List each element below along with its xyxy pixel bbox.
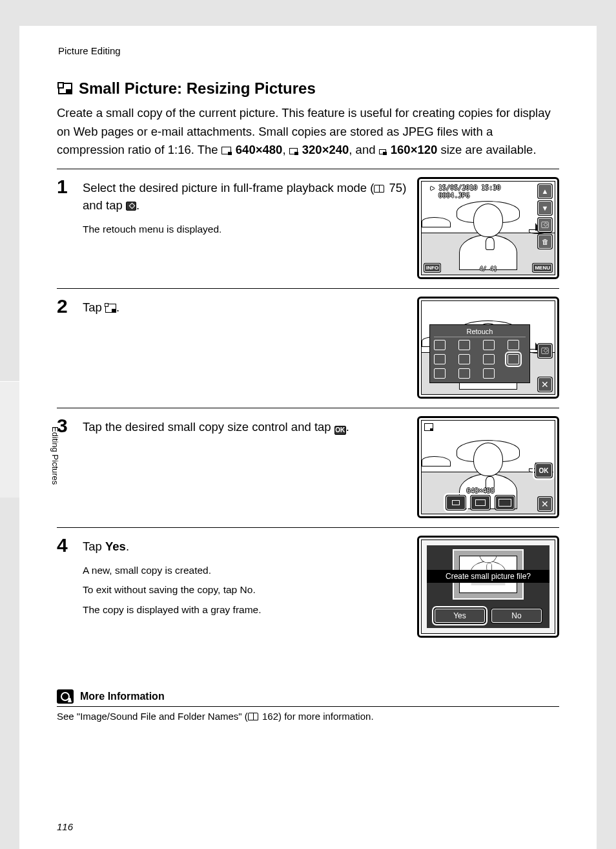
side-tab-bg: [0, 381, 19, 498]
intro-paragraph: Create a small copy of the current pictu…: [57, 104, 559, 160]
retouch-opt-filter[interactable]: [508, 340, 519, 350]
running-header: Picture Editing: [58, 45, 559, 56]
confirm-no-button[interactable]: No: [491, 609, 542, 623]
size-icon-medium: [289, 148, 298, 154]
step-1-instruction: Select the desired picture in full-frame…: [83, 180, 408, 215]
note-icon: [57, 689, 74, 704]
step-4-sub-3: The copy is displayed with a gray frame.: [83, 602, 408, 618]
retouch-opt-stretch[interactable]: [434, 354, 446, 364]
more-info-ref: 162: [262, 711, 278, 722]
retouch-opt-voice[interactable]: [483, 368, 495, 379]
step-3-text-b: .: [346, 420, 349, 434]
size-option-medium[interactable]: [471, 496, 490, 510]
info-button[interactable]: INFO: [424, 264, 440, 272]
retouch-opt-skin[interactable]: [483, 340, 495, 350]
step-3-text-a: Tap the desired small copy size control …: [83, 420, 334, 434]
screen-1-osd: ▶ 15/05/2010 15:30 0004.JPG: [431, 184, 500, 200]
close-button[interactable]: ✕: [538, 497, 552, 511]
edit-side-button[interactable]: [538, 344, 552, 358]
page-number: 116: [57, 821, 73, 832]
size-icon-small: [379, 149, 386, 154]
size-320x240: 320×240: [302, 143, 349, 156]
step-2-text-a: Tap: [83, 300, 105, 314]
manual-ref-icon: [248, 713, 258, 720]
size-640x480: 640×480: [236, 143, 283, 156]
delete-button[interactable]: 🗑: [538, 235, 552, 249]
screen-3: 640×480 OK ✕: [417, 416, 559, 518]
retouch-opt-quickfix[interactable]: [434, 340, 446, 350]
step-1-text-c: .: [136, 198, 139, 212]
step-4-number: 4: [57, 536, 74, 555]
retouch-opt-rating[interactable]: [434, 368, 446, 379]
retouch-opt-perspective[interactable]: [458, 354, 470, 364]
page: Editing Pictures Picture Editing Small P…: [19, 26, 597, 849]
step-1-text-a: Select the desired picture in full-frame…: [83, 181, 374, 194]
more-info-text-a: See "Image/Sound File and Folder Names" …: [57, 711, 248, 722]
screen-2: Retouch: [417, 297, 559, 399]
intro-text-2: size are available.: [437, 143, 536, 156]
step-2-text-b: .: [116, 300, 119, 314]
confirm-prompt: Create small picture file?: [427, 570, 549, 583]
step-1-ref: 75: [389, 181, 403, 194]
size-label: 640×480: [435, 487, 526, 494]
more-info-body: See "Image/Sound File and Folder Names" …: [57, 711, 559, 722]
confirm-yes-button[interactable]: Yes: [435, 609, 485, 623]
more-information-note: More Information See "Image/Sound File a…: [57, 689, 559, 722]
step-3: 3 Tap the desired small copy size contro…: [57, 408, 559, 518]
retouch-icon: [126, 202, 136, 211]
menu-button[interactable]: MENU: [533, 264, 552, 272]
retouch-opt-small-picture[interactable]: [508, 354, 519, 364]
manual-ref-icon: [374, 185, 384, 193]
step-2: 2 Tap . Retouch: [57, 288, 559, 399]
size-icon-large: [221, 147, 231, 154]
section-title-row: Small Picture: Resizing Pictures: [57, 79, 559, 98]
down-arrow-button[interactable]: ▼: [538, 201, 552, 215]
section-title: Small Picture: Resizing Pictures: [79, 79, 316, 98]
close-button[interactable]: ✕: [538, 377, 552, 392]
intro-sep2: , and: [349, 143, 378, 156]
screen-1: ▶ 15/05/2010 15:30 0004.JPG ▲ ▼ 🗑 INFO 4…: [417, 177, 559, 279]
small-picture-icon: [57, 81, 74, 96]
step-4-text-b: .: [126, 540, 129, 553]
retouch-panel: Retouch: [429, 324, 530, 383]
step-1-number: 1: [57, 177, 74, 196]
screen-1-counter: 4/ 4]: [479, 266, 497, 272]
retouch-button[interactable]: [538, 218, 552, 232]
size-160x120: 160×120: [391, 143, 438, 156]
retouch-opt-color[interactable]: [483, 354, 495, 364]
small-picture-mode-icon: [424, 423, 433, 431]
intro-sep1: ,: [282, 143, 289, 156]
screen-4: Create small picture file? Yes No: [417, 536, 559, 638]
size-option-large[interactable]: [495, 496, 515, 510]
up-arrow-button[interactable]: ▲: [538, 184, 552, 198]
retouch-opt-paint[interactable]: [458, 368, 470, 379]
side-tab-label: Editing Pictures: [50, 426, 60, 485]
size-option-small[interactable]: [446, 496, 466, 510]
step-1: 1 Select the desired picture in full-fra…: [57, 169, 559, 279]
small-picture-icon-inline: [105, 304, 116, 313]
retouch-panel-title: Retouch: [434, 328, 526, 337]
step-4-text-a: Tap: [83, 540, 105, 553]
step-2-number: 2: [57, 297, 74, 316]
step-2-instruction: Tap .: [83, 299, 408, 317]
retouch-opt-dlighting[interactable]: [458, 340, 470, 350]
step-4-sub-1: A new, small copy is created.: [83, 562, 408, 579]
step-1-sub: The retouch menu is displayed.: [83, 221, 408, 238]
step-4-sub-2: To exit without saving the copy, tap No.: [83, 582, 408, 598]
more-info-title: More Information: [80, 691, 165, 702]
step-4-instruction: Tap Yes.: [83, 538, 408, 556]
step-4: 4 Tap Yes. A new, small copy is created.…: [57, 527, 559, 638]
step-3-instruction: Tap the desired small copy size control …: [83, 419, 408, 436]
step-4-yes: Yes: [105, 540, 126, 553]
ok-button[interactable]: OK: [535, 463, 552, 477]
ok-icon-inline: OK: [334, 426, 346, 435]
more-info-text-b: ) for more information.: [278, 711, 374, 722]
